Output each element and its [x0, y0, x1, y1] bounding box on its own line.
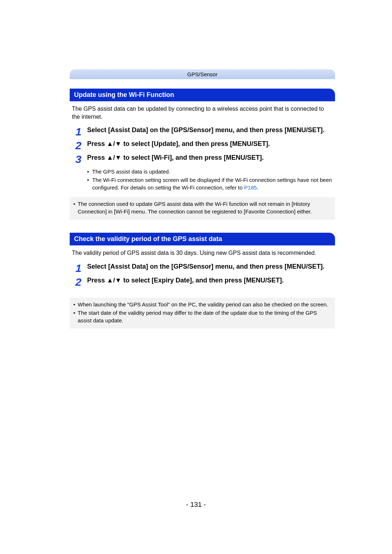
manual-page: GPS/Sensor Update using the Wi-Fi Functi… [0, 0, 392, 329]
step-instruction: Select [Assist Data] on the [GPS/Sensor]… [87, 262, 335, 271]
step-row: 2 Press ▲/▼ to select [Expiry Date], and… [70, 276, 335, 288]
section2-intro: The validity period of GPS assist data i… [72, 249, 333, 257]
step-instruction: Press ▲/▼ to select [Wi-Fi], and then pr… [87, 153, 335, 162]
page-number: - 131 - [0, 501, 392, 509]
bullet-dot-icon: • [73, 200, 78, 215]
note-row: • The connection used to update GPS assi… [73, 200, 331, 215]
category-banner: GPS/Sensor [70, 69, 335, 79]
step-instruction: Press ▲/▼ to select [Expiry Date], and t… [87, 276, 335, 285]
step-row: 3 Press ▲/▼ to select [Wi-Fi], and then … [70, 153, 335, 165]
step-instruction: Select [Assist Data] on the [GPS/Sensor]… [87, 126, 335, 134]
step-instruction: Press ▲/▼ to select [Update], and then p… [87, 139, 335, 148]
section-heading-validity: Check the validity period of the GPS ass… [70, 233, 335, 245]
bullet-dot-icon: • [87, 168, 92, 175]
page-reference-link[interactable]: P185 [244, 184, 257, 191]
step-row: 2 Press ▲/▼ to select [Update], and then… [70, 139, 335, 151]
section-heading-wifi-update: Update using the Wi-Fi Function [70, 89, 335, 101]
section1-note-box: • The connection used to update GPS assi… [70, 197, 335, 220]
step-row: 1 Select [Assist Data] on the [GPS/Senso… [70, 262, 335, 274]
note-text: The start date of the validity period ma… [78, 309, 331, 324]
note-text: When launching the "GPS Assist Tool" on … [78, 301, 328, 308]
sub-bullet-text: The Wi-Fi connection setting screen will… [92, 176, 335, 191]
step-number: 2 [70, 139, 87, 151]
up-down-arrows-icon: ▲/▼ [107, 277, 122, 284]
step-number: 3 [70, 153, 87, 165]
bullet-dot-icon: • [87, 176, 92, 191]
section1-intro: The GPS assist data can be updated by co… [72, 105, 333, 121]
section1-steps: 1 Select [Assist Data] on the [GPS/Senso… [70, 126, 335, 191]
step-number: 1 [70, 262, 87, 274]
up-down-arrows-icon: ▲/▼ [107, 154, 122, 161]
step-row: 1 Select [Assist Data] on the [GPS/Senso… [70, 126, 335, 137]
up-down-arrows-icon: ▲/▼ [107, 140, 122, 147]
step-number: 2 [70, 276, 87, 288]
bullet-dot-icon: • [73, 309, 78, 324]
step3-subnotes: • The GPS assist data is updated. • The … [87, 168, 335, 191]
bullet-dot-icon: • [73, 301, 78, 308]
section2-steps: 1 Select [Assist Data] on the [GPS/Senso… [70, 262, 335, 288]
sub-bullet: • The GPS assist data is updated. [87, 168, 335, 175]
sub-bullet: • The Wi-Fi connection setting screen wi… [87, 176, 335, 191]
note-row: • When launching the "GPS Assist Tool" o… [73, 301, 331, 308]
note-text: The connection used to update GPS assist… [78, 200, 331, 215]
step-number: 1 [70, 126, 87, 137]
sub-bullet-text: The GPS assist data is updated. [92, 168, 170, 175]
note-row: • The start date of the validity period … [73, 309, 331, 324]
section2-note-box: • When launching the "GPS Assist Tool" o… [70, 298, 335, 329]
